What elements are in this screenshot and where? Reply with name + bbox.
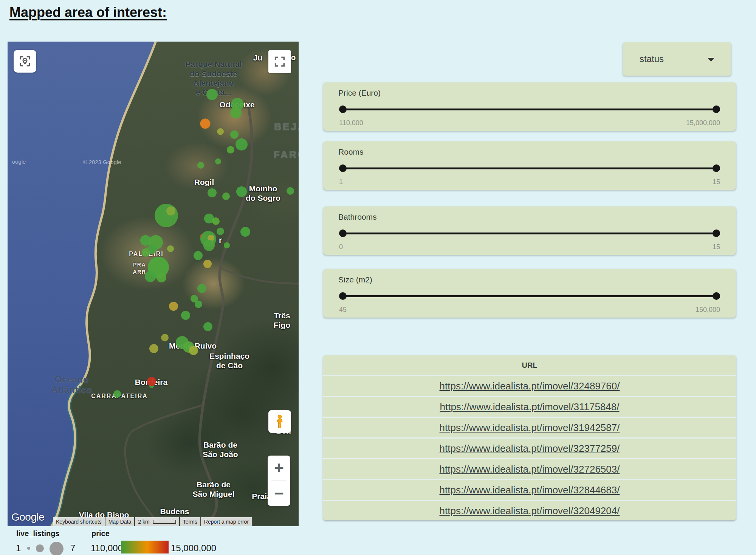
slider-min-value: 0 xyxy=(339,243,343,251)
zoom-in-button[interactable]: + xyxy=(268,456,290,481)
listing-marker[interactable] xyxy=(113,390,121,398)
map-copyright-watermark: © 2023 Google xyxy=(83,159,121,165)
listing-marker[interactable] xyxy=(161,334,169,341)
slider-handle-min[interactable] xyxy=(339,105,347,113)
listing-marker[interactable] xyxy=(208,188,217,197)
map-place-label: Três Figo xyxy=(274,311,290,330)
listing-marker[interactable] xyxy=(287,187,294,195)
listing-marker[interactable] xyxy=(197,284,206,293)
table-row: https://www.idealista.pt/imovel/32489760… xyxy=(323,375,736,396)
slider-min-value: 110,000 xyxy=(339,119,363,127)
listing-marker[interactable] xyxy=(200,119,211,129)
listing-marker[interactable] xyxy=(167,245,174,252)
slider-handle-max[interactable] xyxy=(713,229,720,237)
url-table-header: URL xyxy=(323,355,736,375)
map-data-link[interactable]: Map Data xyxy=(105,517,135,526)
listing-marker[interactable] xyxy=(217,228,224,235)
slider-line xyxy=(340,295,719,297)
filter-panel-bathrooms: Bathrooms015 xyxy=(323,206,736,255)
listing-marker[interactable] xyxy=(145,271,156,282)
zoom-out-button[interactable]: − xyxy=(268,481,290,506)
color-legend-title: price xyxy=(91,529,110,538)
size-legend-min: 1 xyxy=(16,543,21,553)
slider-handle-max[interactable] xyxy=(713,292,720,300)
listing-marker[interactable] xyxy=(189,346,198,355)
slider-track[interactable] xyxy=(340,164,719,172)
listing-marker[interactable] xyxy=(147,377,156,386)
listing-url-link[interactable]: https://www.idealista.pt/imovel/31942587… xyxy=(440,422,620,434)
listing-marker[interactable] xyxy=(240,227,250,237)
keyboard-shortcuts-link[interactable]: Keyboard shortcuts xyxy=(53,517,105,526)
listing-marker[interactable] xyxy=(203,240,215,251)
slider-max-value: 150,000 xyxy=(696,306,720,314)
locate-area-button[interactable] xyxy=(14,50,36,73)
slider-panels: Price (Euro)110,00015,000,000Rooms115Bat… xyxy=(323,82,736,318)
listing-url-link[interactable]: https://www.idealista.pt/imovel/32489760… xyxy=(440,380,620,392)
listing-marker[interactable] xyxy=(230,107,242,118)
map-terrain-graphic xyxy=(8,42,299,526)
map-place-label: Barão de São João xyxy=(203,440,238,459)
fullscreen-icon xyxy=(273,55,286,68)
listing-marker[interactable] xyxy=(206,89,218,100)
listing-url-link[interactable]: https://www.idealista.pt/imovel/32844683… xyxy=(440,484,620,496)
listing-marker[interactable] xyxy=(212,217,220,225)
size-legend-max: 7 xyxy=(70,543,75,553)
listing-marker[interactable] xyxy=(203,322,212,331)
listing-url-link[interactable]: https://www.idealista.pt/imovel/31175848… xyxy=(440,401,619,413)
map-place-label: o xyxy=(291,53,296,62)
slider-line xyxy=(340,109,719,110)
table-row: https://www.idealista.pt/imovel/32844683… xyxy=(323,479,736,500)
slider-handle-min[interactable] xyxy=(339,292,347,300)
slider-handle-min[interactable] xyxy=(339,229,347,237)
slider-track[interactable] xyxy=(340,105,719,113)
listing-marker[interactable] xyxy=(149,344,158,353)
map-place-label: r xyxy=(219,236,222,245)
listing-marker[interactable] xyxy=(203,260,212,268)
listing-url-link[interactable]: https://www.idealista.pt/imovel/32726503… xyxy=(440,464,620,475)
listing-marker[interactable] xyxy=(181,311,190,320)
listing-marker[interactable] xyxy=(227,146,234,153)
listing-marker[interactable] xyxy=(236,186,247,197)
slider-track[interactable] xyxy=(340,292,719,300)
slider-track[interactable] xyxy=(340,229,719,237)
pegman-icon xyxy=(273,414,286,429)
status-dropdown[interactable]: status xyxy=(623,42,731,76)
listing-marker[interactable] xyxy=(197,162,204,169)
map-place-label: Oceano Atlântico xyxy=(51,375,92,395)
listing-url-link[interactable]: https://www.idealista.pt/imovel/32377259… xyxy=(440,443,620,454)
listing-url-link[interactable]: https://www.idealista.pt/imovel/32049204… xyxy=(440,505,620,517)
map-place-label: Ju xyxy=(253,53,263,63)
slider-handle-max[interactable] xyxy=(713,105,720,113)
slider-handle-max[interactable] xyxy=(713,164,720,172)
report-map-error-link[interactable]: Report a map error xyxy=(201,517,252,526)
listing-marker[interactable] xyxy=(195,301,202,308)
listing-marker[interactable] xyxy=(155,204,178,227)
size-legend-dot-large xyxy=(50,542,64,555)
listing-marker[interactable] xyxy=(217,128,224,135)
chevron-down-icon xyxy=(708,58,714,62)
slider-line xyxy=(340,233,719,234)
listing-marker[interactable] xyxy=(235,138,248,150)
listing-marker[interactable] xyxy=(156,273,166,282)
listing-marker[interactable] xyxy=(215,158,221,164)
map-place-label: Rogil xyxy=(194,178,214,187)
listing-marker[interactable] xyxy=(230,130,239,139)
listing-marker[interactable] xyxy=(222,192,230,200)
size-legend-dot-small xyxy=(27,547,30,550)
filter-panel-price: Price (Euro)110,00015,000,000 xyxy=(323,82,736,131)
google-logo[interactable]: Google xyxy=(11,511,44,523)
satellite-map[interactable]: © 2023 Google Parque Natural do Sudoeste… xyxy=(8,42,299,526)
listing-marker[interactable] xyxy=(142,248,150,257)
listing-marker[interactable] xyxy=(194,251,203,260)
map-place-label: oogle xyxy=(12,158,26,165)
fullscreen-button[interactable] xyxy=(268,50,291,73)
listing-marker[interactable] xyxy=(169,302,178,311)
listing-marker[interactable] xyxy=(166,206,175,215)
listing-marker[interactable] xyxy=(224,242,230,248)
map-place-label: Moinho do Sogro xyxy=(246,184,280,203)
pegman-button[interactable] xyxy=(268,410,291,433)
slider-handle-min[interactable] xyxy=(339,164,347,172)
map-place-label: Barão de São Miguel xyxy=(193,480,235,499)
map-scale: 2 km xyxy=(135,517,179,526)
terms-link[interactable]: Terms xyxy=(180,517,200,526)
